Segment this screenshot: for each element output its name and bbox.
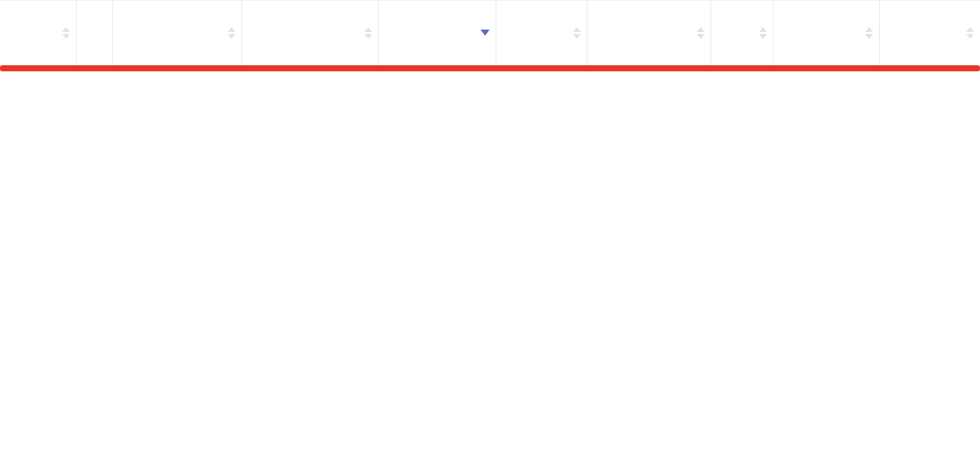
sort-desc-icon bbox=[481, 30, 490, 36]
column-header-pct-change[interactable] bbox=[879, 1, 980, 65]
column-header-market-value[interactable] bbox=[378, 1, 496, 65]
holdings-table-screen bbox=[0, 0, 980, 456]
column-header-sector[interactable] bbox=[112, 1, 241, 65]
sort-arrows-icon bbox=[573, 27, 581, 39]
column-header-previous-pct-portfolio[interactable] bbox=[587, 1, 711, 65]
column-header-shares-held[interactable] bbox=[241, 1, 378, 65]
sort-arrows-icon bbox=[697, 27, 704, 39]
column-header-rank[interactable] bbox=[711, 1, 773, 65]
sort-arrows-icon bbox=[865, 27, 873, 39]
sort-arrows-icon bbox=[364, 27, 372, 39]
sort-arrows-icon bbox=[62, 27, 70, 39]
column-header-grid bbox=[76, 1, 112, 65]
top-five-highlight-box bbox=[0, 65, 980, 71]
holdings-table bbox=[0, 0, 980, 65]
column-header-change-in-shares[interactable] bbox=[773, 1, 879, 65]
sort-arrows-icon bbox=[966, 27, 974, 39]
sort-arrows-icon bbox=[228, 27, 235, 39]
sort-arrows-icon bbox=[759, 27, 767, 39]
column-header-pct-portfolio[interactable] bbox=[496, 1, 587, 65]
column-header-stock[interactable] bbox=[0, 1, 76, 65]
table-header bbox=[0, 1, 980, 65]
